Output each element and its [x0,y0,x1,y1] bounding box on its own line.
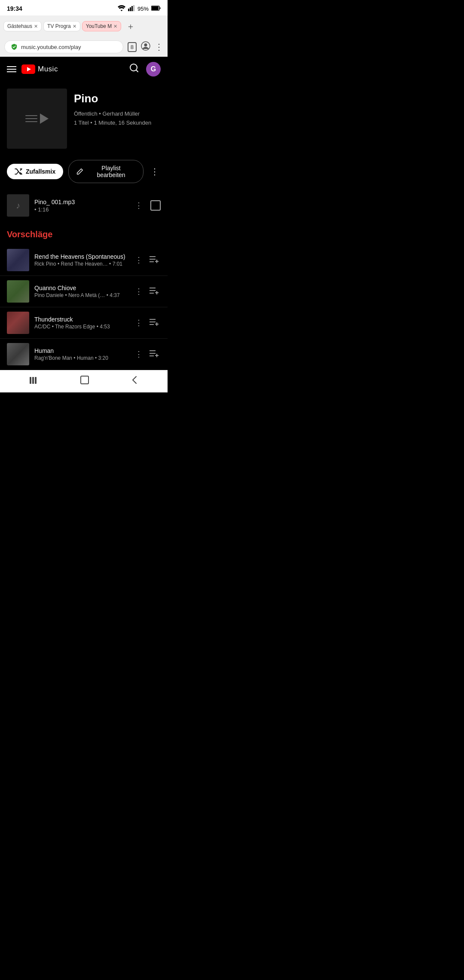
track-thumb-icon: ♪ [16,201,20,211]
status-icons: 95% [118,5,161,12]
browser-menu-icon[interactable]: ⋮ [155,42,163,52]
suggestion-thumb-quanno [7,280,29,303]
playlist-title: Pino [74,92,161,105]
tab-close-gasthaus[interactable]: ✕ [34,24,38,29]
shuffle-label: Zufallsmix [26,168,55,175]
edit-playlist-button[interactable]: Playlist bearbeiten [68,160,143,183]
address-input-container[interactable]: music.youtube.com/play [4,40,123,53]
track-title: Pino_ 001.mp3 [34,199,127,205]
user-avatar[interactable]: G [146,62,161,77]
edit-icon [76,168,83,175]
suggestion-meta: Pino Daniele • Nero A Metà (… • 4:37 [34,292,128,298]
suggestion-more-button[interactable]: ⋮ [133,316,144,329]
playlist-duration: 1 Minute, 16 Sekunden [94,119,151,126]
status-bar: 19:34 95% [0,0,168,15]
suggestion-item: Rend the Heavens (Spontaneous) Rick Pino… [0,245,168,276]
svg-rect-32 [30,377,31,384]
wifi-icon [118,5,125,12]
suggestion-meta: Rag'n'Bone Man • Human • 3:20 [34,355,128,361]
suggestion-more-button[interactable]: ⋮ [133,348,144,361]
svg-rect-35 [81,376,89,384]
suggestion-actions: ⋮ [133,285,161,298]
tab-close-youtube[interactable]: ✕ [113,24,117,29]
add-to-queue-icon [150,255,159,263]
svg-rect-34 [35,377,37,384]
suggestion-title: Thunderstruck [34,316,128,323]
suggestion-actions: ⋮ [133,348,161,361]
track-thumb: ♪ [7,194,29,217]
suggestion-info[interactable]: Quanno Chiove Pino Daniele • Nero A Metà… [34,285,128,298]
svg-rect-5 [152,6,159,10]
shuffle-button[interactable]: Zufallsmix [7,164,63,179]
tabs-count-button[interactable]: 8 [128,42,137,52]
app-header-right: G [129,62,161,77]
suggestion-meta: AC/DC • The Razors Edge • 4:53 [34,324,128,330]
app-header: Music G [0,57,168,82]
suggestion-info[interactable]: Thunderstruck AC/DC • The Razors Edge • … [34,316,128,330]
svg-rect-33 [32,377,34,384]
suggestions-section-header: Vorschläge [0,221,168,245]
search-icon[interactable] [129,63,139,76]
yt-music-logo[interactable]: Music [21,64,58,74]
suggestions-title: Vorschläge [7,230,161,239]
svg-rect-6 [160,7,161,9]
suggestion-thumb-rend [7,249,29,271]
track-item: ♪ Pino_ 001.mp3 • 1:16 ⋮ [0,190,168,221]
thumb-art-quanno [7,280,29,303]
playlist-track-count: 1 Titel [74,119,89,126]
track-info: Pino_ 001.mp3 • 1:16 [34,199,127,213]
track-checkbox[interactable] [150,200,161,211]
suggestion-title: Quanno Chiove [34,285,128,291]
playlist-author: Gerhard Müller [102,110,140,117]
svg-rect-0 [128,9,129,11]
shuffle-icon [15,168,22,175]
suggestion-more-button[interactable]: ⋮ [133,285,144,298]
svg-rect-2 [131,6,133,11]
playlist-art [7,89,67,149]
tab-close-tv[interactable]: ✕ [73,24,76,29]
playlist-art-lines [25,115,37,122]
suggestion-thumb-human [7,343,29,365]
address-text: music.youtube.com/play [21,44,117,50]
playlist-hero: Pino Öffentlich • Gerhard Müller 1 Titel… [0,82,168,156]
browser-tabs-bar: Gästehaus ✕ TV Progra ✕ YouTube M ✕ ＋ [0,15,168,37]
suggestion-add-button[interactable] [148,316,161,330]
thumb-art-human [7,343,29,365]
edit-label: Playlist bearbeiten [87,165,135,178]
svg-rect-1 [130,7,131,11]
yt-logo-svg [21,64,35,74]
thumb-art-rend [7,249,29,271]
suggestion-actions: ⋮ [133,254,161,267]
suggestion-more-button[interactable]: ⋮ [133,254,144,266]
nav-back-button[interactable] [122,374,147,389]
suggestion-item: Quanno Chiove Pino Daniele • Nero A Metà… [0,276,168,307]
suggestion-title: Human [34,347,128,354]
track-more-button[interactable]: ⋮ [132,198,145,213]
tab-tvprogra[interactable]: TV Progra ✕ [43,21,80,31]
profile-icon[interactable] [141,41,150,53]
tab-youtube[interactable]: YouTube M ✕ [82,21,122,31]
playlist-more-button[interactable]: ⋮ [149,165,161,178]
nav-home-button[interactable] [71,374,98,389]
address-bar: music.youtube.com/play 8 ⋮ [0,37,168,57]
suggestion-add-button[interactable] [148,348,161,361]
suggestion-add-button[interactable] [148,285,161,298]
suggestion-info[interactable]: Rend the Heavens (Spontaneous) Rick Pino… [34,253,128,267]
tab-label: YouTube M [86,23,112,29]
app-header-left: Music [7,64,58,74]
nav-home-icon [80,375,89,385]
suggestion-item: Thunderstruck AC/DC • The Razors Edge • … [0,307,168,339]
suggestion-info[interactable]: Human Rag'n'Bone Man • Human • 3:20 [34,347,128,361]
playlist-art-play [40,113,49,124]
suggestion-add-button[interactable] [148,254,161,267]
track-duration: • 1:16 [34,206,127,213]
tab-add-button[interactable]: ＋ [123,19,138,34]
hamburger-menu[interactable] [7,64,16,74]
tabs-count: 8 [131,44,134,50]
nav-bar [0,370,168,392]
status-time: 19:34 [7,5,22,12]
nav-menu-button[interactable] [21,374,47,389]
tab-gasthaus[interactable]: Gästehaus ✕ [3,21,42,31]
battery-text: 95% [137,6,149,12]
yt-logo-text: Music [38,65,58,74]
